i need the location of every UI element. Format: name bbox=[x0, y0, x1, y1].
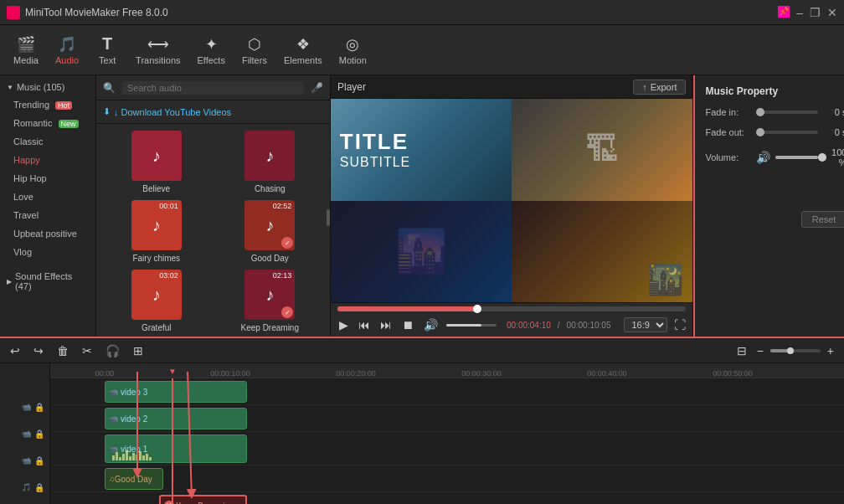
fade-out-slider[interactable] bbox=[756, 131, 818, 134]
zoom-in-button[interactable]: + bbox=[824, 342, 837, 359]
audio-card-goodday[interactable]: 02:52 ♪ ✓ Good Day bbox=[217, 200, 324, 263]
audio-thumb-fairychimes: 00:01 ♪ bbox=[131, 200, 182, 250]
audio-card-believe[interactable]: ♪ Believe bbox=[103, 131, 210, 193]
delete-button[interactable]: 🗑 bbox=[54, 342, 72, 359]
close-button[interactable]: ✕ bbox=[827, 6, 837, 19]
lock-icon-v2[interactable]: 🔒 bbox=[34, 429, 44, 439]
sidebar-item-romantic[interactable]: Romantic New bbox=[0, 114, 95, 132]
sidebar-item-trending[interactable]: Trending Hot bbox=[0, 95, 95, 114]
audio-thumb-chasing: ♪ bbox=[244, 131, 295, 181]
prev-button[interactable]: ⏮ bbox=[357, 316, 372, 333]
toolbar-media[interactable]: 🎬 Media bbox=[7, 32, 45, 69]
toolbar-text[interactable]: T Text bbox=[89, 31, 126, 69]
stop-button[interactable]: ⏹ bbox=[400, 316, 415, 333]
clip-goodday[interactable]: ♫ Good Day bbox=[105, 468, 163, 490]
effects-icon: ✦ bbox=[205, 35, 218, 54]
sidebar-item-love[interactable]: Love bbox=[0, 188, 95, 206]
sidebar-item-upbeat[interactable]: Upbeat positive bbox=[0, 224, 95, 243]
audio-name-chasing: Chasing bbox=[255, 184, 286, 193]
playhead[interactable] bbox=[172, 378, 173, 504]
fade-in-handle[interactable] bbox=[756, 108, 764, 116]
progress-bar[interactable] bbox=[337, 306, 686, 311]
audio-card-fairychimes[interactable]: 00:01 ♪ Fairy chimes bbox=[103, 200, 210, 263]
audio-card-chasing[interactable]: ♪ Chasing bbox=[217, 131, 324, 193]
cut-button[interactable]: ✂ bbox=[79, 342, 95, 359]
trending-badge: Hot bbox=[55, 101, 72, 110]
toolbar-filters[interactable]: ⬡ Filters bbox=[235, 32, 274, 69]
audio-thumb-goodday: 02:52 ♪ ✓ bbox=[244, 200, 295, 250]
sfx-section-header[interactable]: ▶ Sound Effects (47) bbox=[0, 268, 95, 295]
sidebar-item-vlog[interactable]: Vlog bbox=[0, 243, 95, 261]
volume-button[interactable]: 🔊 bbox=[422, 316, 440, 333]
audio-name-fairychimes: Fairy chimes bbox=[132, 254, 180, 263]
mic-icon[interactable]: 🎤 bbox=[311, 82, 323, 94]
minimize-button[interactable]: – bbox=[796, 6, 803, 19]
progress-fill bbox=[337, 306, 477, 311]
audio-card-grateful[interactable]: 03:02 ♪ Grateful bbox=[103, 270, 210, 332]
zoom-handle[interactable] bbox=[787, 347, 794, 354]
next-button[interactable]: ⏭ bbox=[378, 316, 394, 333]
toolbar-audio[interactable]: 🎵 Audio bbox=[49, 32, 85, 69]
music-note-icon5: ♪ bbox=[152, 285, 161, 305]
reset-button[interactable]: Reset bbox=[801, 211, 844, 228]
play-button[interactable]: ▶ bbox=[337, 316, 350, 333]
player-title: Player bbox=[337, 81, 366, 93]
music-section-header[interactable]: ▼ Music (105) bbox=[0, 79, 95, 95]
lock-icon-v1[interactable]: 🔒 bbox=[34, 456, 44, 465]
track-audio-goodday: ♫ Good Day bbox=[50, 465, 844, 492]
fade-out-value: 0 s bbox=[823, 127, 844, 137]
sidebar-item-travel[interactable]: Travel bbox=[0, 206, 95, 224]
audio-thumb-believe: ♪ bbox=[131, 131, 182, 181]
clip-video3[interactable]: 📹 video 3 bbox=[105, 381, 247, 403]
clip-video1[interactable]: 📹 video 1 bbox=[105, 435, 247, 463]
lock-icon-a1[interactable]: 🔒 bbox=[34, 483, 44, 492]
zoom-controls: ⊟ − + bbox=[733, 342, 837, 359]
clip-label-v3: video 3 bbox=[121, 388, 147, 397]
sfx-arrow: ▶ bbox=[7, 278, 12, 285]
sidebar-item-hiphop[interactable]: Hip Hop bbox=[0, 169, 95, 188]
sidebar-item-happy[interactable]: Happy bbox=[0, 151, 95, 169]
undo-button[interactable]: ↩ bbox=[7, 342, 23, 359]
maximize-button[interactable]: ❐ bbox=[810, 6, 821, 19]
audio-name-keepdreaming: Keep Dreaming bbox=[241, 323, 299, 332]
toolbar-elements[interactable]: ❖ Elements bbox=[277, 32, 329, 69]
filters-icon: ⬡ bbox=[248, 35, 261, 54]
volume-prop-slider[interactable] bbox=[775, 156, 818, 159]
ruler-mark-40: 00:00:40:00 bbox=[587, 369, 627, 378]
zoom-slider[interactable] bbox=[770, 349, 821, 352]
fullscreen-button[interactable]: ⛶ bbox=[674, 318, 686, 332]
volume-slider[interactable] bbox=[446, 324, 497, 327]
scrollbar-handle[interactable] bbox=[327, 209, 330, 226]
toolbar-transitions[interactable]: ⟷ Transitions bbox=[129, 32, 187, 69]
redo-button[interactable]: ↪ bbox=[30, 342, 47, 359]
check-goodday: ✓ bbox=[281, 237, 293, 249]
zoom-out-button[interactable]: − bbox=[754, 342, 767, 359]
track-label-a1: 🎵 🔒 bbox=[0, 474, 49, 501]
clip-video2[interactable]: 📹 video 2 bbox=[105, 408, 247, 429]
audio-card-keepdreaming[interactable]: 02:13 ♪ ✓ Keep Dreaming bbox=[217, 270, 324, 332]
pin-icon[interactable]: 📌 bbox=[778, 6, 790, 18]
export-button[interactable]: ↑ Export bbox=[633, 80, 686, 95]
fade-out-handle[interactable] bbox=[756, 128, 764, 136]
audio-icon: 🎵 bbox=[58, 35, 76, 54]
elements-icon: ❖ bbox=[296, 35, 310, 54]
search-audio-input[interactable] bbox=[122, 81, 304, 95]
toolbar-motion[interactable]: ◎ Motion bbox=[332, 32, 373, 69]
sidebar-item-classic[interactable]: Classic bbox=[0, 132, 95, 151]
aspect-ratio-select[interactable]: 16:9 9:16 1:1 bbox=[624, 317, 667, 332]
lock-icon-v3[interactable]: 🔒 bbox=[34, 403, 44, 412]
zoom-fit-button[interactable]: ⊟ bbox=[733, 342, 750, 359]
track-video3: 📹 video 3 bbox=[50, 378, 844, 405]
progress-handle[interactable] bbox=[473, 305, 481, 313]
download-icon: ⬇ bbox=[103, 106, 111, 117]
track-label-a2: 🎵 🔒 bbox=[0, 501, 49, 504]
split-button[interactable]: ⊞ bbox=[130, 342, 147, 359]
volume-prop-fill bbox=[775, 156, 818, 159]
toolbar-effects[interactable]: ✦ Effects bbox=[191, 32, 232, 69]
audio-name-goodday: Good Day bbox=[251, 254, 289, 263]
volume-prop-handle[interactable] bbox=[818, 153, 826, 162]
download-youtube-bar[interactable]: ⬇ ↓ Download YouTube Videos bbox=[96, 100, 330, 124]
fade-in-slider[interactable] bbox=[756, 111, 818, 114]
audio-detach-button[interactable]: 🎧 bbox=[102, 342, 123, 359]
fade-in-value: 0 s bbox=[823, 107, 844, 117]
